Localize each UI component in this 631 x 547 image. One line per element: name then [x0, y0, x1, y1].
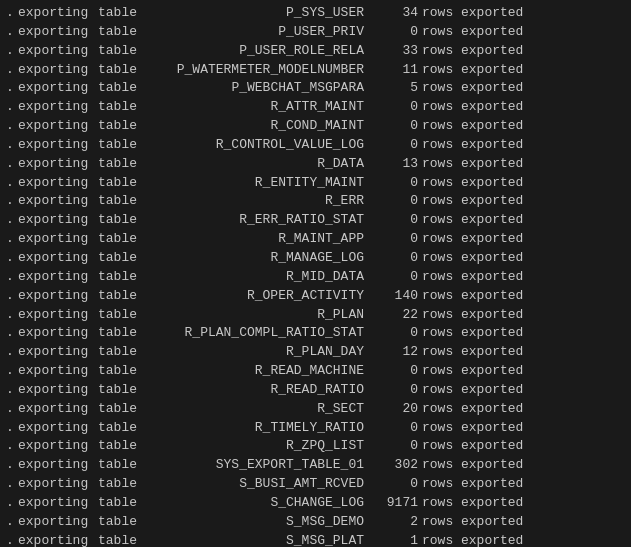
row-count: 0: [364, 268, 418, 287]
rows-label: rows exported: [422, 532, 523, 547]
dot-indicator: .: [6, 494, 14, 513]
dot-indicator: .: [6, 475, 14, 494]
dot-indicator: .: [6, 192, 14, 211]
rows-label: rows exported: [422, 381, 523, 400]
rows-label: rows exported: [422, 513, 523, 532]
rows-label: rows exported: [422, 98, 523, 117]
row-count: 0: [364, 475, 418, 494]
rows-label: rows exported: [422, 400, 523, 419]
type-label: table: [98, 400, 144, 419]
rows-label: rows exported: [422, 174, 523, 193]
row-count: 34: [364, 4, 418, 23]
rows-label: rows exported: [422, 230, 523, 249]
action-label: exporting: [18, 4, 94, 23]
rows-label: rows exported: [422, 343, 523, 362]
type-label: table: [98, 437, 144, 456]
row-count: 0: [364, 211, 418, 230]
action-label: exporting: [18, 475, 94, 494]
rows-label: rows exported: [422, 494, 523, 513]
action-label: exporting: [18, 343, 94, 362]
type-label: table: [98, 306, 144, 325]
log-line: . exporting table R_DATA 13 rows exporte…: [0, 155, 631, 174]
row-count: 0: [364, 230, 418, 249]
action-label: exporting: [18, 98, 94, 117]
type-label: table: [98, 192, 144, 211]
action-label: exporting: [18, 79, 94, 98]
table-name: R_COND_MAINT: [144, 117, 364, 136]
rows-label: rows exported: [422, 475, 523, 494]
table-name: R_ERR: [144, 192, 364, 211]
rows-label: rows exported: [422, 136, 523, 155]
table-name: R_PLAN_COMPL_RATIO_STAT: [144, 324, 364, 343]
action-label: exporting: [18, 381, 94, 400]
rows-label: rows exported: [422, 324, 523, 343]
action-label: exporting: [18, 192, 94, 211]
log-line: . exporting table S_CHANGE_LOG 9171 rows…: [0, 494, 631, 513]
log-line: . exporting table R_TIMELY_RATIO 0 rows …: [0, 419, 631, 438]
row-count: 13: [364, 155, 418, 174]
dot-indicator: .: [6, 513, 14, 532]
row-count: 0: [364, 419, 418, 438]
row-count: 0: [364, 192, 418, 211]
type-label: table: [98, 117, 144, 136]
row-count: 9171: [364, 494, 418, 513]
rows-label: rows exported: [422, 456, 523, 475]
dot-indicator: .: [6, 324, 14, 343]
table-name: R_READ_RATIO: [144, 381, 364, 400]
table-name: R_MANAGE_LOG: [144, 249, 364, 268]
dot-indicator: .: [6, 306, 14, 325]
table-name: R_OPER_ACTIVITY: [144, 287, 364, 306]
terminal-window: . exporting table P_SYS_USER 34 rows exp…: [0, 0, 631, 547]
action-label: exporting: [18, 324, 94, 343]
row-count: 5: [364, 79, 418, 98]
dot-indicator: .: [6, 419, 14, 438]
log-line: . exporting table R_ATTR_MAINT 0 rows ex…: [0, 98, 631, 117]
type-label: table: [98, 419, 144, 438]
dot-indicator: .: [6, 268, 14, 287]
type-label: table: [98, 23, 144, 42]
row-count: 22: [364, 306, 418, 325]
rows-label: rows exported: [422, 287, 523, 306]
action-label: exporting: [18, 61, 94, 80]
table-name: P_WEBCHAT_MSGPARA: [144, 79, 364, 98]
log-line: . exporting table R_MID_DATA 0 rows expo…: [0, 268, 631, 287]
action-label: exporting: [18, 42, 94, 61]
type-label: table: [98, 42, 144, 61]
log-line: . exporting table R_READ_RATIO 0 rows ex…: [0, 381, 631, 400]
action-label: exporting: [18, 268, 94, 287]
row-count: 302: [364, 456, 418, 475]
row-count: 0: [364, 324, 418, 343]
log-line: . exporting table R_PLAN 22 rows exporte…: [0, 306, 631, 325]
action-label: exporting: [18, 155, 94, 174]
action-label: exporting: [18, 306, 94, 325]
log-line: . exporting table R_CONTROL_VALUE_LOG 0 …: [0, 136, 631, 155]
dot-indicator: .: [6, 79, 14, 98]
table-name: R_READ_MACHINE: [144, 362, 364, 381]
log-line: . exporting table S_BUSI_AMT_RCVED 0 row…: [0, 475, 631, 494]
row-count: 20: [364, 400, 418, 419]
table-name: P_SYS_USER: [144, 4, 364, 23]
table-name: R_MID_DATA: [144, 268, 364, 287]
table-name: R_DATA: [144, 155, 364, 174]
log-line: . exporting table R_MAINT_APP 0 rows exp…: [0, 230, 631, 249]
type-label: table: [98, 230, 144, 249]
type-label: table: [98, 381, 144, 400]
rows-label: rows exported: [422, 362, 523, 381]
log-line: . exporting table P_USER_ROLE_RELA 33 ro…: [0, 42, 631, 61]
type-label: table: [98, 456, 144, 475]
action-label: exporting: [18, 400, 94, 419]
rows-label: rows exported: [422, 61, 523, 80]
table-name: S_BUSI_AMT_RCVED: [144, 475, 364, 494]
row-count: 0: [364, 381, 418, 400]
type-label: table: [98, 287, 144, 306]
table-name: R_MAINT_APP: [144, 230, 364, 249]
dot-indicator: .: [6, 98, 14, 117]
type-label: table: [98, 268, 144, 287]
table-name: R_PLAN: [144, 306, 364, 325]
type-label: table: [98, 211, 144, 230]
action-label: exporting: [18, 362, 94, 381]
rows-label: rows exported: [422, 268, 523, 287]
type-label: table: [98, 136, 144, 155]
type-label: table: [98, 155, 144, 174]
type-label: table: [98, 343, 144, 362]
